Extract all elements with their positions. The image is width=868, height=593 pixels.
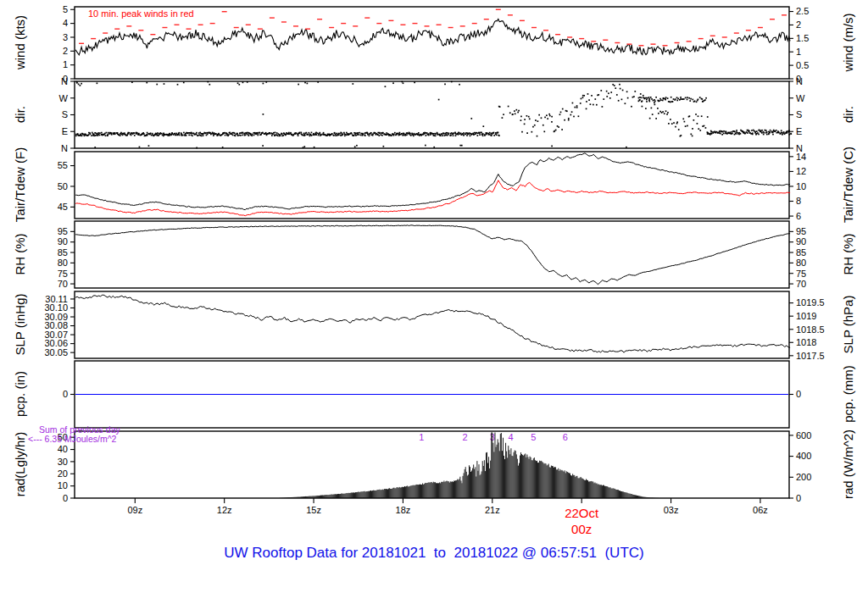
svg-text:3: 3 xyxy=(63,32,68,42)
peak-winds-note: 10 min. peak winds in red xyxy=(88,8,194,19)
svg-text:55: 55 xyxy=(58,160,68,170)
figure-title: UW Rooftop Data for 20181021 to 20181022… xyxy=(0,545,868,562)
temp-series-line xyxy=(75,153,790,210)
svg-text:95: 95 xyxy=(58,226,68,236)
rad-series-bars xyxy=(280,432,659,498)
svg-text:70: 70 xyxy=(58,279,68,289)
rad-right-axis-title: rad (W/m^2) xyxy=(841,430,855,499)
svg-text:N: N xyxy=(796,76,803,86)
rad-hour-marks: 123456 xyxy=(419,432,568,442)
rad-sum-note-line2: <--- 6.35 MJoules/m^2 xyxy=(28,434,116,444)
svg-text:N: N xyxy=(61,76,68,86)
svg-text:10: 10 xyxy=(796,181,806,191)
panel-temp-border xyxy=(75,152,789,219)
wind-series-line xyxy=(75,19,790,54)
svg-text:600: 600 xyxy=(796,430,811,441)
slp-series-line xyxy=(75,295,790,352)
svg-text:1018: 1018 xyxy=(796,337,816,347)
svg-text:80: 80 xyxy=(796,258,806,268)
svg-text:20: 20 xyxy=(58,468,68,479)
panel-rh-border xyxy=(75,221,789,288)
svg-text:0: 0 xyxy=(796,493,801,503)
svg-text:400: 400 xyxy=(796,451,811,461)
wind-left-axis-title: wind (kts) xyxy=(13,15,27,69)
svg-text:S: S xyxy=(796,109,802,119)
slp-left-axis-title: SLP (inHg) xyxy=(13,293,27,355)
svg-text:N: N xyxy=(61,143,68,153)
svg-text:30.08: 30.08 xyxy=(44,320,68,330)
panel-temp-ticks: 45505568101214 xyxy=(58,152,807,221)
svg-text:4: 4 xyxy=(509,432,514,442)
panel-rh: 707580859095707580859095 xyxy=(58,221,807,289)
svg-text:85: 85 xyxy=(796,247,806,258)
svg-text:30.09: 30.09 xyxy=(44,312,68,322)
pcp-left-axis-title: pcp. (in) xyxy=(13,371,27,417)
svg-text:90: 90 xyxy=(58,236,68,247)
svg-text:0.5: 0.5 xyxy=(796,60,809,70)
dir-series-scatter xyxy=(75,81,792,149)
svg-text:30.06: 30.06 xyxy=(44,338,68,348)
svg-text:30.10: 30.10 xyxy=(44,302,68,313)
rh-right-axis-title: RH (%) xyxy=(841,233,855,274)
wind-right-axis-title: wind (m/s) xyxy=(841,13,855,71)
svg-text:10: 10 xyxy=(58,480,68,490)
panel-rad: 010203040500200400600123456 xyxy=(58,430,812,503)
svg-text:E: E xyxy=(62,126,68,136)
slp-right-axis-title: SLP (hPa) xyxy=(841,296,855,354)
svg-text:5: 5 xyxy=(531,432,536,442)
x-tick-label: 21z xyxy=(485,505,500,515)
x-tick-label: 03z xyxy=(664,505,679,515)
svg-text:30: 30 xyxy=(58,457,68,467)
panel-dir-ticks: NESWNNESWN xyxy=(59,76,805,153)
svg-text:30.07: 30.07 xyxy=(44,330,68,340)
x-tick-label-date: 22Oct xyxy=(565,506,599,520)
pcp-right-axis-title: pcp. (mm) xyxy=(841,365,855,423)
dir-right-axis-title: dir. xyxy=(841,106,855,123)
svg-text:1: 1 xyxy=(419,432,424,442)
svg-text:W: W xyxy=(59,93,69,103)
meteogram-figure: 01234500.511.522.5NESWNNESWN455055681012… xyxy=(0,0,868,593)
svg-text:1.5: 1.5 xyxy=(796,33,809,43)
svg-text:W: W xyxy=(796,93,805,103)
svg-text:40: 40 xyxy=(58,444,68,454)
rh-series-line xyxy=(75,225,790,285)
svg-text:30.05: 30.05 xyxy=(44,347,68,357)
svg-text:1: 1 xyxy=(796,47,801,57)
svg-text:75: 75 xyxy=(58,269,68,279)
temp-series-line xyxy=(75,180,790,216)
x-tick-label: 15z xyxy=(306,505,321,515)
svg-text:95: 95 xyxy=(796,226,806,236)
svg-text:0: 0 xyxy=(63,493,68,503)
x-tick-label: 09z xyxy=(127,505,142,515)
svg-text:E: E xyxy=(796,126,802,136)
svg-text:S: S xyxy=(62,109,68,119)
svg-text:12: 12 xyxy=(796,166,806,176)
svg-text:30.11: 30.11 xyxy=(45,294,68,304)
panel-dir: NESWNNESWN xyxy=(59,76,805,153)
svg-text:1017.5: 1017.5 xyxy=(796,351,825,361)
svg-text:85: 85 xyxy=(58,247,68,258)
svg-text:75: 75 xyxy=(796,269,806,279)
meteogram-canvas: 01234500.511.522.5NESWNNESWN455055681012… xyxy=(0,0,868,593)
x-tick-label-00z: 00z xyxy=(571,522,592,536)
svg-text:70: 70 xyxy=(796,279,806,289)
svg-text:2: 2 xyxy=(796,19,801,30)
svg-text:2: 2 xyxy=(462,432,467,442)
svg-text:80: 80 xyxy=(58,258,68,268)
svg-text:200: 200 xyxy=(796,472,811,482)
panel-slp: 30.0530.0630.0730.0830.0930.1030.111017.… xyxy=(44,291,824,361)
dir-left-axis-title: dir. xyxy=(13,106,27,123)
svg-text:5: 5 xyxy=(63,4,68,14)
panel-rh-ticks: 707580859095707580859095 xyxy=(58,226,807,289)
svg-text:50: 50 xyxy=(58,181,68,191)
svg-text:1018.5: 1018.5 xyxy=(796,324,825,335)
svg-text:90: 90 xyxy=(796,236,806,247)
panel-temp: 45505568101214 xyxy=(58,152,807,221)
svg-text:0: 0 xyxy=(796,389,801,399)
svg-text:1: 1 xyxy=(63,59,68,69)
panel-pcp: 00 xyxy=(63,361,801,428)
rad-left-axis-title: rad(Lgly/hr) xyxy=(13,432,27,497)
svg-text:14: 14 xyxy=(796,152,806,162)
x-tick-label: 18z xyxy=(396,505,411,515)
x-tick-label: 12z xyxy=(217,505,232,515)
